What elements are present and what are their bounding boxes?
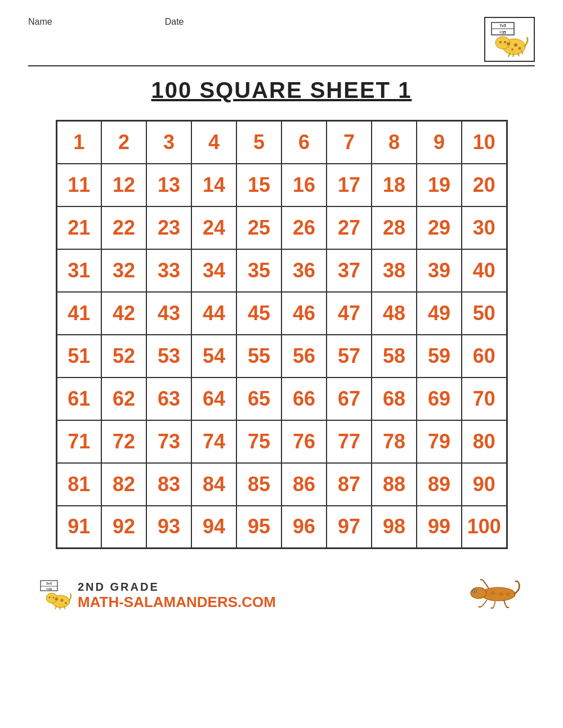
- grid-cell-45: 45: [236, 292, 282, 335]
- grid-cell-58: 58: [372, 335, 417, 378]
- footer: 3x5 =15 2ND GRADE MATH-SALAMANDERS.COM: [28, 572, 535, 611]
- grid-cell-97: 97: [327, 506, 372, 549]
- grid-cell-34: 34: [191, 249, 236, 292]
- grid-cell-24: 24: [191, 206, 236, 249]
- top-fields: Name Date: [28, 17, 184, 27]
- svg-point-8: [518, 47, 521, 50]
- grid-cell-37: 37: [327, 249, 372, 292]
- svg-text:=35: =35: [499, 30, 506, 34]
- grid-cell-43: 43: [146, 292, 191, 335]
- grid-cell-69: 69: [417, 378, 462, 420]
- footer-text-block: 2ND GRADE MATH-SALAMANDERS.COM: [78, 581, 276, 611]
- grid-cell-25: 25: [236, 206, 282, 249]
- grid-cell-74: 74: [191, 420, 236, 463]
- svg-point-31: [471, 587, 486, 599]
- grid-cell-88: 88: [372, 463, 417, 506]
- grid-cell-38: 38: [372, 249, 417, 292]
- grid-cell-63: 63: [146, 378, 191, 420]
- grid-cell-76: 76: [282, 420, 327, 463]
- grid-cell-27: 27: [327, 206, 372, 249]
- svg-point-34: [490, 591, 495, 595]
- grid-cell-1: 1: [56, 121, 101, 164]
- footer-logo: 3x5 =15 2ND GRADE MATH-SALAMANDERS.COM: [39, 580, 276, 611]
- grid-cell-96: 96: [282, 506, 327, 549]
- grid-cell-23: 23: [146, 206, 191, 249]
- grid-cell-52: 52: [101, 335, 146, 378]
- grid-cell-51: 51: [56, 335, 101, 378]
- grid-row-1: 12345678910: [56, 121, 507, 164]
- grid-cell-56: 56: [282, 335, 327, 378]
- grid-cell-5: 5: [236, 121, 282, 164]
- grid-cell-2: 2: [101, 121, 146, 164]
- page-title: 100 SQUARE SHEET 1: [28, 78, 535, 103]
- svg-point-10: [499, 41, 502, 43]
- grid-cell-91: 91: [56, 506, 101, 549]
- page: Name Date 7x5 =35: [0, 0, 563, 728]
- footer-site-prefix: M: [78, 594, 90, 610]
- grid-cell-10: 10: [462, 121, 507, 164]
- grid-row-9: 81828384858687888990: [56, 463, 507, 506]
- grid-cell-86: 86: [282, 463, 327, 506]
- grid-cell-17: 17: [327, 164, 372, 206]
- top-bar: Name Date 7x5 =35: [28, 17, 535, 66]
- grid-cell-95: 95: [236, 506, 282, 549]
- grid-cell-99: 99: [417, 506, 462, 549]
- grid-cell-41: 41: [56, 292, 101, 335]
- grid-cell-79: 79: [417, 420, 462, 463]
- grid-cell-42: 42: [101, 292, 146, 335]
- grid-cell-61: 61: [56, 378, 101, 420]
- grid-cell-66: 66: [282, 378, 327, 420]
- date-label: Date: [165, 17, 184, 27]
- svg-point-7: [514, 43, 517, 47]
- salamander-right-icon: [467, 572, 524, 611]
- grid-row-10: 919293949596979899100: [56, 506, 507, 549]
- grid-cell-65: 65: [236, 378, 282, 420]
- grid-cell-9: 9: [417, 121, 462, 164]
- grid-row-2: 11121314151617181920: [56, 164, 507, 206]
- grid-cell-47: 47: [327, 292, 372, 335]
- grid-cell-26: 26: [282, 206, 327, 249]
- grid-cell-82: 82: [101, 463, 146, 506]
- svg-point-25: [49, 597, 51, 599]
- grid-cell-8: 8: [372, 121, 417, 164]
- grid-cell-28: 28: [372, 206, 417, 249]
- grid-row-3: 21222324252627282930: [56, 206, 507, 249]
- grid-cell-14: 14: [191, 164, 236, 206]
- grid-cell-98: 98: [372, 506, 417, 549]
- svg-text:7x5: 7x5: [499, 24, 506, 28]
- grid-cell-71: 71: [56, 420, 101, 463]
- svg-point-36: [506, 592, 510, 596]
- grid-cell-53: 53: [146, 335, 191, 378]
- grid-cell-50: 50: [462, 292, 507, 335]
- grid-cell-73: 73: [146, 420, 191, 463]
- grid-cell-36: 36: [282, 249, 327, 292]
- grid-cell-83: 83: [146, 463, 191, 506]
- grid-cell-7: 7: [327, 121, 372, 164]
- footer-grade: 2ND GRADE: [78, 581, 159, 594]
- grid-cell-100: 100: [462, 506, 507, 549]
- grid-cell-32: 32: [101, 249, 146, 292]
- grid-cell-90: 90: [462, 463, 507, 506]
- footer-leopard-icon: 3x5 =15: [39, 580, 73, 611]
- grid-cell-84: 84: [191, 463, 236, 506]
- grid-cell-19: 19: [417, 164, 462, 206]
- svg-point-33: [474, 591, 476, 592]
- svg-point-9: [511, 48, 513, 51]
- grid-cell-57: 57: [327, 335, 372, 378]
- grid-cell-29: 29: [417, 206, 462, 249]
- grid-cell-16: 16: [282, 164, 327, 206]
- grid-cell-85: 85: [236, 463, 282, 506]
- logo-box: 7x5 =35: [484, 17, 535, 62]
- grid-cell-13: 13: [146, 164, 191, 206]
- grid-cell-62: 62: [101, 378, 146, 420]
- grid-cell-59: 59: [417, 335, 462, 378]
- grid-cell-21: 21: [56, 206, 101, 249]
- svg-text:=15: =15: [46, 587, 52, 591]
- grid-container: 1234567891011121314151617181920212223242…: [28, 120, 535, 549]
- svg-point-6: [507, 42, 510, 46]
- grid-cell-12: 12: [101, 164, 146, 206]
- grid-cell-31: 31: [56, 249, 101, 292]
- grid-cell-75: 75: [236, 420, 282, 463]
- grid-cell-39: 39: [417, 249, 462, 292]
- grid-cell-81: 81: [56, 463, 101, 506]
